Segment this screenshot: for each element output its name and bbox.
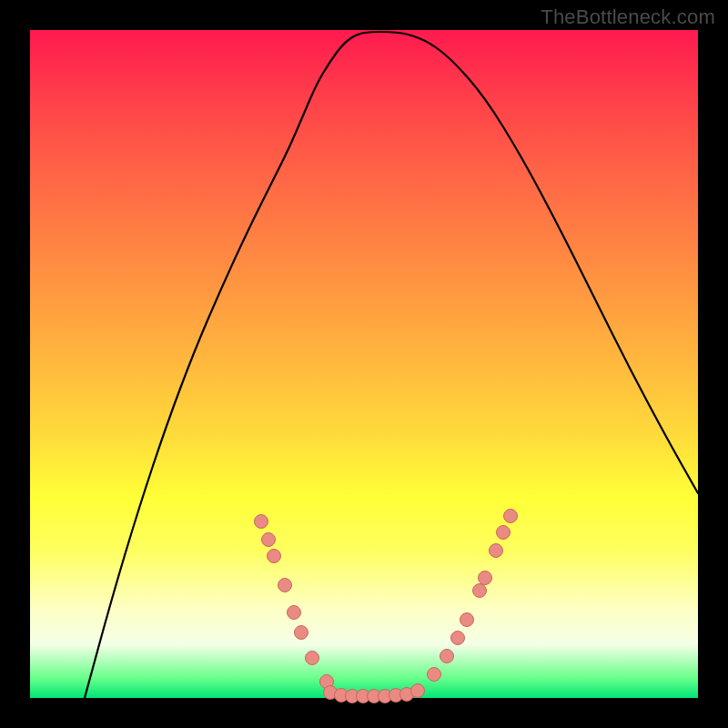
plot-area (30, 30, 698, 698)
data-dot (490, 544, 503, 558)
bottleneck-curve (85, 32, 698, 698)
data-dot (428, 668, 441, 682)
curve-svg (30, 30, 698, 698)
dots-right-cluster (428, 510, 518, 682)
data-dot (255, 515, 268, 529)
watermark-text: TheBottleneck.com (541, 5, 715, 29)
data-dot (278, 579, 292, 592)
data-dot (411, 684, 425, 698)
data-dot (262, 533, 276, 547)
data-dot (306, 652, 319, 665)
data-dot (479, 571, 492, 585)
chart-frame: TheBottleneck.com (0, 0, 728, 728)
data-dot (460, 613, 474, 627)
data-dot (440, 650, 454, 663)
data-dot (451, 632, 465, 645)
data-dot (295, 626, 308, 640)
data-dot (497, 526, 511, 540)
dots-left-cluster (255, 515, 334, 689)
data-dot (288, 606, 301, 620)
data-dot (473, 584, 487, 598)
data-dot (268, 550, 281, 563)
dots-bottom-cluster (324, 684, 425, 703)
data-dot (504, 510, 518, 523)
